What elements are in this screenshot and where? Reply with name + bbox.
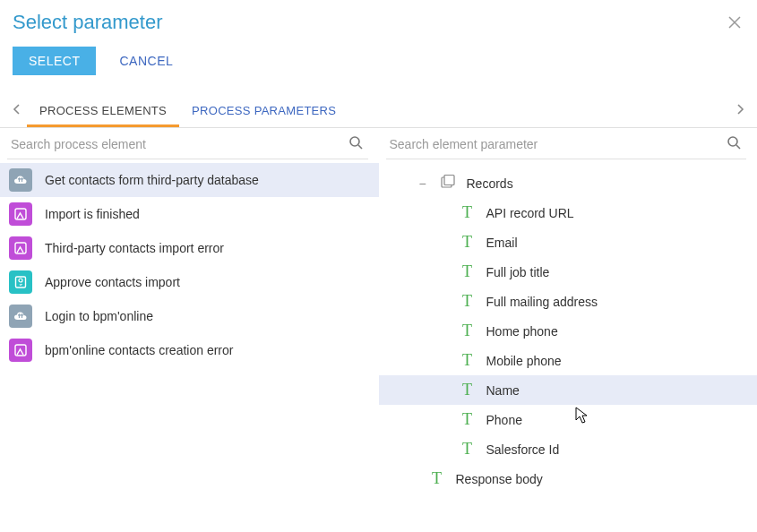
text-type-icon: T <box>460 381 476 399</box>
text-type-icon: T <box>460 351 476 370</box>
records-icon <box>440 174 456 193</box>
process-element-row[interactable]: Import is finished <box>0 197 379 231</box>
magenta-icon <box>9 339 32 362</box>
parameter-row[interactable]: TMobile phone <box>379 346 758 375</box>
parameter-label: Salesforce Id <box>486 442 560 457</box>
close-icon[interactable] <box>728 14 741 33</box>
search-icon[interactable] <box>345 135 366 153</box>
process-element-label: Third-party contacts import error <box>45 241 370 255</box>
svg-point-0 <box>350 137 359 146</box>
process-element-row[interactable]: Get contacts form third-party database <box>0 163 379 197</box>
chevron-right-icon[interactable] <box>730 99 750 123</box>
parameter-label: Full job title <box>486 265 550 279</box>
process-element-row[interactable]: Approve contacts import <box>0 265 379 299</box>
text-type-icon: T <box>429 469 445 488</box>
text-type-icon: T <box>460 203 476 222</box>
search-icon[interactable] <box>723 135 744 153</box>
text-type-icon: T <box>460 440 476 459</box>
process-element-search-input[interactable] <box>9 133 345 155</box>
parameter-label: API record URL <box>486 206 574 220</box>
process-element-search <box>7 128 368 159</box>
process-element-label: Approve contacts import <box>45 275 370 289</box>
cloud-icon <box>9 168 32 192</box>
process-element-row[interactable]: Login to bpm'online <box>0 299 379 333</box>
text-type-icon: T <box>460 262 476 281</box>
parameter-label: Name <box>486 383 520 398</box>
cloud-icon <box>9 305 32 328</box>
text-type-icon: T <box>460 233 476 252</box>
select-button[interactable]: SELECT <box>13 47 96 75</box>
element-parameters-panel: − Records TAPI record URLTEmailTFull job… <box>379 128 758 493</box>
svg-rect-8 <box>444 176 454 185</box>
teal-icon <box>9 270 32 294</box>
magenta-icon <box>9 236 32 260</box>
parameter-row[interactable]: TAPI record URL <box>379 198 758 227</box>
process-element-label: bpm'online contacts creation error <box>45 343 370 357</box>
parameter-row[interactable]: TFull job title <box>379 257 758 287</box>
parameter-label: Response body <box>456 472 543 486</box>
parameter-label: Phone <box>486 413 522 427</box>
parameter-row-response-body[interactable]: T Response body <box>379 464 758 493</box>
collapse-icon[interactable]: − <box>417 176 429 191</box>
parameter-row[interactable]: TName <box>379 375 758 405</box>
parameter-row[interactable]: TFull mailing address <box>379 287 758 316</box>
parameter-row[interactable]: TSalesforce Id <box>379 434 758 464</box>
process-element-label: Import is finished <box>45 207 370 221</box>
process-element-label: Get contacts form third-party database <box>45 173 370 187</box>
tab-process-elements[interactable]: PROCESS ELEMENTS <box>27 95 179 127</box>
svg-point-6 <box>728 137 737 146</box>
tab-bar: PROCESS ELEMENTS PROCESS PARAMETERS <box>0 95 757 128</box>
process-element-label: Login to bpm'online <box>45 309 370 323</box>
text-type-icon: T <box>460 322 476 340</box>
text-type-icon: T <box>460 292 476 311</box>
element-parameter-search <box>386 128 747 159</box>
records-group-label: Records <box>467 176 513 191</box>
magenta-icon <box>9 202 32 226</box>
process-element-list: Get contacts form third-party databaseIm… <box>0 159 379 367</box>
process-element-row[interactable]: bpm'online contacts creation error <box>0 333 379 367</box>
parameter-label: Full mailing address <box>486 295 598 309</box>
element-parameter-search-input[interactable] <box>388 133 724 155</box>
parameter-label: Email <box>486 236 518 250</box>
chevron-left-icon[interactable] <box>7 99 27 123</box>
process-elements-panel: Get contacts form third-party databaseIm… <box>0 128 379 493</box>
dialog-action-bar: SELECT CANCEL <box>0 41 757 95</box>
cancel-button[interactable]: CANCEL <box>119 54 173 68</box>
parameter-row[interactable]: TPhone <box>379 405 758 434</box>
parameter-row[interactable]: TEmail <box>379 227 758 257</box>
parameter-label: Home phone <box>486 324 558 339</box>
dialog-title: Select parameter <box>0 0 757 41</box>
tab-process-parameters[interactable]: PROCESS PARAMETERS <box>179 95 348 127</box>
process-element-row[interactable]: Third-party contacts import error <box>0 231 379 265</box>
parameter-row[interactable]: THome phone <box>379 316 758 346</box>
svg-point-4 <box>19 279 22 282</box>
text-type-icon: T <box>460 410 476 429</box>
parameter-label: Mobile phone <box>486 354 562 368</box>
records-group-row[interactable]: − Records <box>379 168 758 198</box>
parameter-tree: − Records TAPI record URLTEmailTFull job… <box>379 159 758 493</box>
